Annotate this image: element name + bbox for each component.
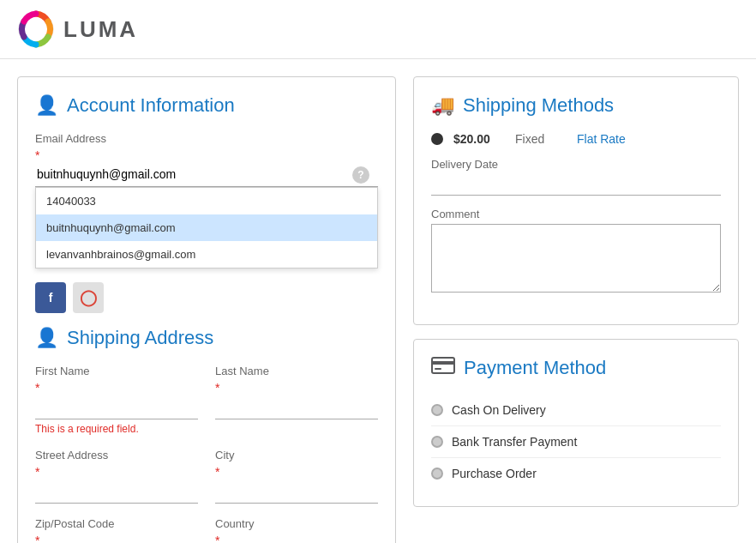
last-name-field: Last Name * (215, 365, 378, 435)
payment-method-heading: Payment Method (431, 357, 721, 379)
street-input[interactable] (35, 479, 198, 504)
svg-rect-3 (435, 368, 441, 370)
zip-country-row: Zip/Postal Code * Country * Vietnam Unit… (35, 517, 378, 543)
purchase-label: Purchase Order (452, 467, 537, 480)
shipping-type: Fixed (515, 132, 567, 146)
truck-icon: 🚚 (431, 94, 454, 117)
delivery-date-field: Delivery Date (431, 158, 721, 196)
zip-label: Zip/Postal Code (35, 517, 198, 530)
autocomplete-item[interactable]: 14040033 (36, 188, 377, 214)
delivery-date-label: Delivery Date (431, 158, 721, 171)
delivery-date-input[interactable] (431, 174, 721, 196)
bank-radio[interactable] (431, 436, 443, 448)
shipping-address-title: Shipping Address (67, 327, 213, 349)
email-input[interactable] (35, 162, 378, 187)
comment-textarea[interactable] (431, 224, 721, 293)
left-panel: 👤 Account Information Email Address * ? … (17, 76, 396, 543)
payment-bank: Bank Transfer Payment (431, 426, 721, 458)
shipping-option-flat-rate: $20.00 Fixed Flat Rate (431, 132, 721, 146)
first-name-error: This is a required field. (35, 423, 198, 435)
last-name-label: Last Name (215, 365, 378, 377)
shipping-methods-heading: 🚚 Shipping Methods (431, 94, 721, 117)
first-name-field: First Name * This is a required field. (35, 365, 198, 435)
bank-label: Bank Transfer Payment (452, 435, 577, 449)
shipping-name: Flat Rate (577, 132, 626, 146)
cash-radio[interactable] (431, 404, 443, 416)
right-panel: 🚚 Shipping Methods $20.00 Fixed Flat Rat… (413, 76, 739, 543)
main-content: 👤 Account Information Email Address * ? … (0, 59, 756, 543)
facebook-button[interactable]: f (35, 282, 66, 313)
payment-purchase: Purchase Order (431, 458, 721, 489)
email-field-wrapper: Email Address * ? 14040033 buitnhuquynh@… (35, 132, 378, 268)
city-label: City (215, 449, 378, 462)
street-field: Street Address * (35, 449, 198, 504)
email-required: * (35, 148, 39, 162)
comment-field: Comment (431, 208, 721, 295)
zip-field: Zip/Postal Code * (35, 517, 198, 543)
shipping-address-heading: 👤 Shipping Address (35, 327, 378, 349)
payment-method-section: Payment Method Cash On Delivery Bank Tra… (413, 339, 739, 507)
shipping-radio-selected[interactable] (431, 133, 443, 145)
email-label: Email Address (35, 132, 378, 145)
payment-icon (431, 357, 455, 379)
account-info-title: Account Information (67, 94, 235, 117)
first-name-label: First Name (35, 365, 198, 377)
logo-icon (17, 10, 55, 48)
question-mark: ? (357, 169, 363, 181)
autocomplete-dropdown: 14040033 buitnhuquynh@gmail.com levanvan… (35, 187, 378, 268)
comment-label: Comment (431, 208, 721, 220)
logo-text: LUMA (63, 16, 138, 43)
svg-rect-2 (432, 361, 454, 365)
name-row: First Name * This is a required field. L… (35, 365, 378, 449)
shipping-address-icon: 👤 (35, 327, 58, 349)
shipping-methods-title: Shipping Methods (463, 94, 614, 117)
city-field: City * (215, 449, 378, 504)
account-icon: 👤 (35, 94, 58, 117)
payment-method-title: Payment Method (464, 357, 606, 379)
shipping-price: $20.00 (453, 132, 505, 146)
google-button[interactable]: ◯ (73, 282, 104, 313)
header: LUMA (0, 0, 756, 59)
autocomplete-item-selected[interactable]: buitnhuquynh@gmail.com (36, 214, 377, 241)
autocomplete-item-2[interactable]: levanvanhbrainos@gmail.com (36, 241, 377, 268)
city-input[interactable] (215, 479, 378, 504)
last-name-input[interactable] (215, 395, 378, 419)
social-row: f ◯ (35, 282, 378, 313)
street-label: Street Address (35, 449, 198, 462)
country-label: Country (215, 517, 378, 530)
email-input-wrapper: ? (35, 162, 378, 187)
account-info-heading: 👤 Account Information (35, 94, 378, 117)
shipping-methods-section: 🚚 Shipping Methods $20.00 Fixed Flat Rat… (413, 76, 739, 325)
purchase-radio[interactable] (431, 468, 443, 480)
first-name-input[interactable] (35, 395, 198, 419)
country-field: Country * Vietnam United States United K… (215, 517, 378, 543)
svg-rect-1 (432, 358, 454, 373)
street-city-row: Street Address * City * (35, 449, 378, 517)
cash-label: Cash On Delivery (452, 403, 546, 417)
help-icon[interactable]: ? (352, 166, 369, 184)
payment-cash: Cash On Delivery (431, 395, 721, 426)
